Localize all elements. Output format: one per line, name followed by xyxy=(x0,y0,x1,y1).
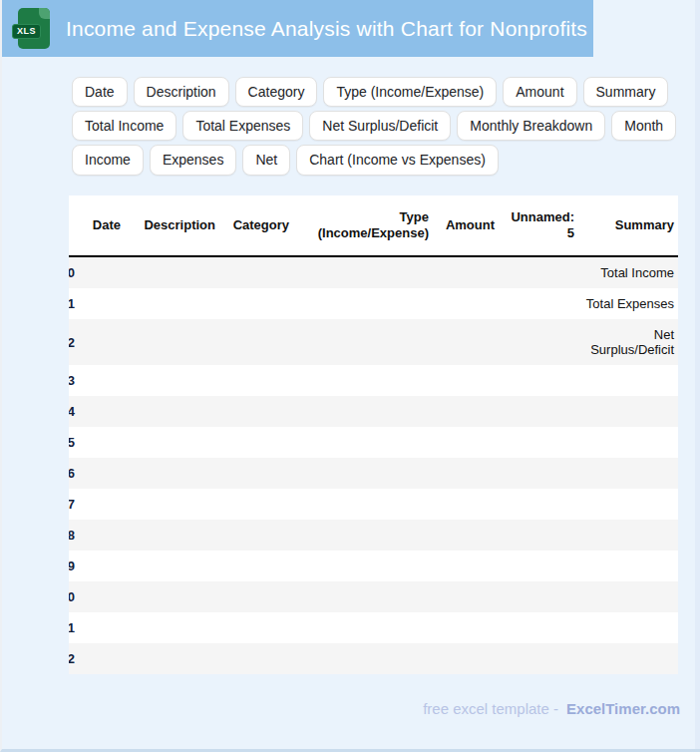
keyword-chip[interactable]: Chart (Income vs Expenses) xyxy=(296,145,499,175)
table-cell xyxy=(219,551,293,581)
column-header: Amount xyxy=(433,195,499,257)
keyword-chip-list: Date Description Category Type (Income/E… xyxy=(72,77,682,176)
table-cell xyxy=(578,489,678,520)
column-header: Unnamed: 5 xyxy=(499,195,578,257)
table-cell xyxy=(433,643,499,674)
table-cell xyxy=(433,365,499,396)
footer-brand-link[interactable]: ExcelTimer.com xyxy=(566,700,680,717)
table-row: 12 xyxy=(69,643,678,674)
xls-file-icon: XLS xyxy=(18,8,50,49)
keyword-chip[interactable]: Monthly Breakdown xyxy=(457,111,605,141)
table-cell xyxy=(499,643,578,674)
table-cell xyxy=(499,427,578,458)
table-cell xyxy=(499,365,578,396)
table-cell xyxy=(75,288,125,319)
keyword-chip[interactable]: Summary xyxy=(583,77,669,107)
table-cell xyxy=(293,458,433,489)
table-cell xyxy=(578,581,678,612)
table-header-row: Date Description Category Type (Income/E… xyxy=(69,195,678,257)
table-cell xyxy=(75,396,125,427)
table-cell xyxy=(125,581,219,612)
keyword-chip[interactable]: Description xyxy=(134,77,229,107)
table-cell xyxy=(125,458,219,489)
table-cell xyxy=(578,365,678,396)
table-cell xyxy=(75,458,125,489)
table-cell: Net Surplus/Deficit xyxy=(578,319,678,365)
table-cell xyxy=(433,319,499,365)
table-cell xyxy=(219,643,293,674)
table-cell xyxy=(433,427,499,458)
table-cell xyxy=(433,256,499,288)
keyword-chip[interactable]: Category xyxy=(235,77,318,107)
keyword-chip[interactable]: Month xyxy=(611,111,676,141)
table-cell xyxy=(219,458,293,489)
table-row: 10 xyxy=(69,581,678,612)
table-cell xyxy=(75,489,125,520)
preview-table: Date Description Category Type (Income/E… xyxy=(69,195,678,675)
table-cell xyxy=(499,458,578,489)
table-cell xyxy=(125,288,219,319)
table-cell xyxy=(433,551,499,581)
table-cell xyxy=(433,458,499,489)
keyword-chip[interactable]: Type (Income/Expense) xyxy=(323,77,497,107)
table-cell xyxy=(578,427,678,458)
keyword-chip[interactable]: Net Surplus/Deficit xyxy=(309,111,451,141)
table-cell xyxy=(219,365,293,396)
table-cell xyxy=(219,612,293,643)
scrollbar-track[interactable] xyxy=(695,0,700,749)
column-header: Type (Income/Expense) xyxy=(293,195,433,257)
table-row: 9 xyxy=(69,551,678,581)
table-cell xyxy=(125,643,219,674)
table-cell xyxy=(433,581,499,612)
table-cell xyxy=(293,643,433,674)
keyword-chip[interactable]: Total Expenses xyxy=(182,111,303,141)
table-row: 6 xyxy=(69,458,678,489)
table-cell xyxy=(578,612,678,643)
table-cell: Total Expenses xyxy=(578,288,678,319)
table-cell xyxy=(219,319,293,365)
table-cell: Total Income xyxy=(578,256,678,288)
table-cell xyxy=(125,612,219,643)
keyword-chip[interactable]: Total Income xyxy=(72,111,176,141)
table-cell xyxy=(75,612,125,643)
column-header: Description xyxy=(125,195,219,257)
table-row: 0 Total Income xyxy=(69,256,678,288)
table-cell xyxy=(578,520,678,551)
table-cell xyxy=(499,396,578,427)
table-cell xyxy=(293,319,433,365)
keyword-chip[interactable]: Income xyxy=(72,145,144,175)
table-cell xyxy=(499,520,578,551)
table-cell xyxy=(578,458,678,489)
table-cell xyxy=(499,288,578,319)
table-cell xyxy=(499,319,578,365)
column-header: Summary xyxy=(578,195,678,257)
table-cell xyxy=(219,256,293,288)
header-bar: XLS Income and Expense Analysis with Cha… xyxy=(2,0,593,57)
keyword-chip[interactable]: Expenses xyxy=(150,145,236,175)
table-row: 2 Net Surplus/Deficit xyxy=(69,319,678,365)
table-cell xyxy=(125,427,219,458)
table-cell xyxy=(433,612,499,643)
spreadsheet-preview: Date Description Category Type (Income/E… xyxy=(69,195,678,675)
table-row: 5 xyxy=(69,427,678,458)
table-row: 8 xyxy=(69,520,678,551)
table-cell xyxy=(293,612,433,643)
xls-file-icon-label: XLS xyxy=(12,24,41,39)
table-cell xyxy=(433,396,499,427)
table-cell xyxy=(293,581,433,612)
table-cell xyxy=(125,256,219,288)
table-row: 3 xyxy=(69,365,678,396)
table-cell xyxy=(433,288,499,319)
table-cell xyxy=(75,551,125,581)
keyword-chip[interactable]: Amount xyxy=(503,77,576,107)
table-cell xyxy=(75,520,125,551)
table-cell xyxy=(293,520,433,551)
table-cell xyxy=(125,489,219,520)
table-cell xyxy=(125,319,219,365)
keyword-chip[interactable]: Date xyxy=(72,77,128,107)
table-cell xyxy=(219,427,293,458)
table-cell xyxy=(219,288,293,319)
table-cell xyxy=(219,489,293,520)
table-cell xyxy=(499,256,578,288)
keyword-chip[interactable]: Net xyxy=(242,145,290,175)
